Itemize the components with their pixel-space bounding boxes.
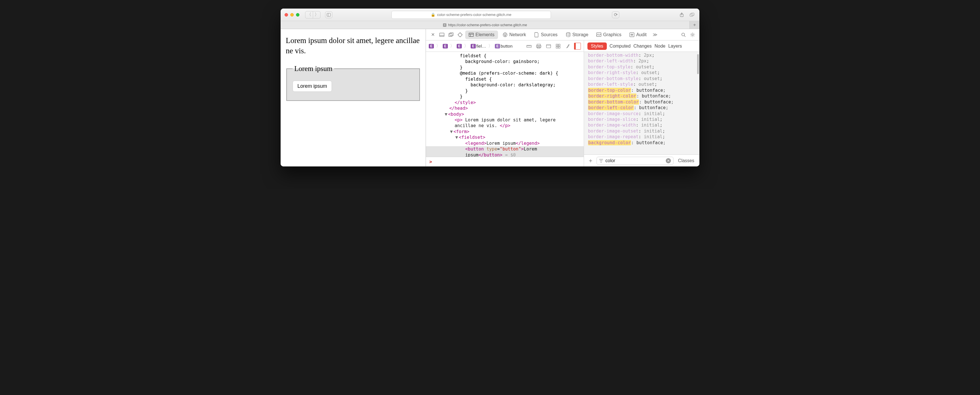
dom-line[interactable]: fieldset { <box>426 53 584 59</box>
zoom-window[interactable] <box>296 13 299 16</box>
svg-rect-0 <box>327 13 331 16</box>
search-devtools-icon[interactable] <box>679 31 687 39</box>
styles-tab-changes[interactable]: Changes <box>633 44 652 49</box>
style-declaration[interactable]: border-top-color: buttonface; <box>588 88 695 93</box>
svg-rect-26 <box>537 44 541 46</box>
style-declaration[interactable]: border-left-width: 2px; <box>588 58 695 64</box>
url-bar[interactable]: 🔒 color-scheme-prefers-color-scheme.glit… <box>391 11 551 19</box>
style-declaration[interactable]: border-bottom-color: buttonface; <box>588 99 695 105</box>
clear-filter-icon[interactable]: ✕ <box>666 158 671 163</box>
element-badge: E <box>429 44 434 48</box>
compositing-borders-icon[interactable] <box>555 43 562 49</box>
svg-rect-7 <box>449 33 452 37</box>
styles-footer: ＋ color ✕ Classes <box>584 154 699 166</box>
tab-audit[interactable]: Audit <box>626 30 650 39</box>
classes-toggle[interactable]: Classes <box>676 157 696 164</box>
ruler-icon[interactable] <box>526 43 533 49</box>
dom-line[interactable]: </style> <box>426 100 584 105</box>
style-declaration[interactable]: border-image-width: initial; <box>588 122 695 128</box>
dom-line[interactable]: } <box>426 65 584 70</box>
dom-line[interactable]: </head> <box>426 105 584 111</box>
style-declaration[interactable]: border-bottom-style: outset; <box>588 76 695 81</box>
new-tab-button[interactable]: ＋ <box>690 22 699 28</box>
tab-audit-label: Audit <box>636 32 646 37</box>
svg-point-22 <box>682 33 684 36</box>
style-declaration[interactable]: border-image-repeat: initial; <box>588 134 695 140</box>
styles-tab-styles[interactable]: Styles <box>587 43 607 50</box>
dom-line[interactable]: <p> Lorem ipsum dolor sit amet, legere <box>426 117 584 123</box>
dom-tree[interactable]: fieldset { background-color: gainsboro; … <box>426 52 584 157</box>
styles-tab-computed[interactable]: Computed <box>610 44 631 49</box>
breadcrumb-item[interactable]: E <box>429 44 434 48</box>
dom-line[interactable]: } <box>426 94 584 99</box>
dom-line[interactable]: ▼<body> <box>426 111 584 117</box>
dom-line[interactable]: fieldset { <box>426 76 584 82</box>
console-prompt[interactable]: > <box>426 157 584 166</box>
style-declaration[interactable]: border-image-slice: initial; <box>588 116 695 122</box>
tab-network-label: Network <box>509 32 526 37</box>
tab-elements[interactable]: Elements <box>465 30 498 39</box>
tab-active[interactable]: C https://color-scheme-prefers-color-sch… <box>281 21 690 29</box>
style-declaration[interactable]: border-bottom-width: 2px; <box>588 53 695 58</box>
styles-tab-layers[interactable]: Layers <box>668 44 682 49</box>
elements-panel: E 〉 E 〉 E 〉 E fiel… 〉 E <box>426 40 584 166</box>
dock-bottom-icon[interactable] <box>438 31 446 39</box>
inspect-element-icon[interactable] <box>456 31 464 39</box>
style-declaration[interactable]: border-left-style: outset; <box>588 81 695 87</box>
page-button[interactable]: Lorem ipsum <box>293 81 332 92</box>
dom-line[interactable]: ▼<form> <box>426 129 584 134</box>
sidebar-toggle[interactable] <box>325 11 332 18</box>
svg-point-24 <box>692 34 694 36</box>
dom-line[interactable]: ipsum</button> = $0 <box>426 152 584 157</box>
dom-line[interactable]: @media (prefers-color-scheme: dark) { <box>426 70 584 76</box>
show-all-tabs[interactable] <box>689 11 695 18</box>
chevron-right-icon: 〉 <box>463 43 469 49</box>
dom-line[interactable]: <button type="button">Lorem <box>426 146 584 152</box>
svg-rect-29 <box>546 45 551 48</box>
tab-network[interactable]: Network <box>499 30 530 39</box>
breadcrumb-item[interactable]: E button <box>495 44 512 48</box>
styles-tab-node[interactable]: Node <box>654 44 665 49</box>
back-button[interactable]: 〈 <box>305 11 313 18</box>
style-declaration[interactable]: border-right-color: buttonface; <box>588 93 695 99</box>
share-button[interactable] <box>678 11 685 18</box>
filter-value: color <box>605 158 615 163</box>
breadcrumb-item[interactable]: E fiel… <box>471 44 486 48</box>
force-appearance-icon[interactable] <box>545 43 552 49</box>
dom-line[interactable]: ▼<fieldset> <box>426 134 584 140</box>
dom-line[interactable]: } <box>426 88 584 94</box>
dom-line[interactable]: background-color: darkslategray; <box>426 82 584 88</box>
style-declaration[interactable]: border-image-source: initial; <box>588 111 695 116</box>
close-devtools-icon[interactable]: ✕ <box>429 31 437 39</box>
style-declaration[interactable]: border-image-outset: initial; <box>588 128 695 134</box>
styles-filter[interactable]: color ✕ <box>597 157 673 165</box>
scrollbar-indicator[interactable] <box>697 54 699 74</box>
dom-line[interactable]: <legend>Lorem ipsum</legend> <box>426 140 584 146</box>
dom-line[interactable]: ancillae ne vis. </p> <box>426 123 584 129</box>
tab-graphics[interactable]: Graphics <box>593 30 625 39</box>
style-declaration[interactable]: background-color: buttonface; <box>588 140 695 146</box>
dom-line[interactable]: background-color: gainsboro; <box>426 59 584 64</box>
reload-button[interactable]: ⟳ <box>612 11 619 18</box>
breadcrumb-item[interactable]: E <box>457 44 462 48</box>
paint-flashing-icon[interactable] <box>564 43 571 49</box>
print-styles-icon[interactable] <box>535 43 542 49</box>
close-window[interactable] <box>285 13 288 16</box>
tab-storage[interactable]: Storage <box>562 30 592 39</box>
styles-tabs: Styles Computed Changes Node Layers <box>584 40 699 52</box>
style-declaration[interactable]: border-top-style: outset; <box>588 64 695 70</box>
overflow-icon[interactable]: ≫ <box>651 31 659 39</box>
style-declaration[interactable]: border-right-style: outset; <box>588 70 695 75</box>
tab-sources[interactable]: Sources <box>530 30 561 39</box>
forward-button[interactable]: 〉 <box>313 11 320 18</box>
style-declaration[interactable]: border-left-color: buttonface; <box>588 105 695 111</box>
breadcrumb-item[interactable]: E <box>443 44 448 48</box>
new-rule-button[interactable]: ＋ <box>587 158 594 164</box>
dock-popout-icon[interactable] <box>447 31 455 39</box>
svg-rect-4 <box>691 13 694 16</box>
element-badge: E <box>495 44 500 48</box>
settings-icon[interactable] <box>689 31 697 39</box>
minimize-window[interactable] <box>290 13 294 16</box>
styles-list[interactable]: border-bottom-width: 2px;border-left-wid… <box>584 52 699 154</box>
toggle-details-sidebar[interactable] <box>574 43 581 49</box>
